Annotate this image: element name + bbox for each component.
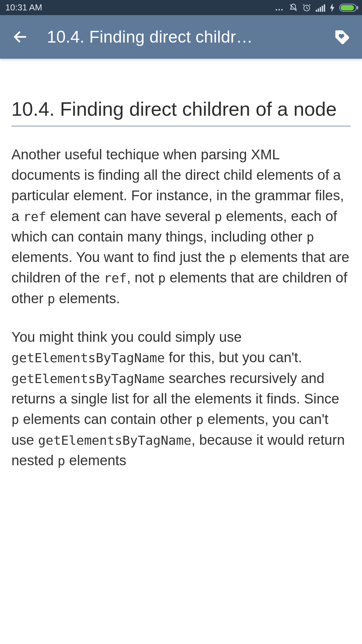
code-getelements: getElementsByTagName bbox=[11, 351, 165, 365]
code-p: p bbox=[47, 291, 55, 306]
text: elements. You want to find just the bbox=[11, 249, 229, 265]
code-p: p bbox=[11, 412, 19, 427]
code-p: p bbox=[196, 412, 204, 427]
code-p: p bbox=[229, 250, 237, 265]
code-p: p bbox=[158, 271, 166, 285]
tag-heart-icon bbox=[333, 28, 351, 46]
arrow-left-icon bbox=[12, 29, 28, 45]
text: You might think you could simply use bbox=[11, 329, 242, 345]
back-button[interactable] bbox=[9, 26, 31, 48]
appbar-title: 10.4. Finding direct childr… bbox=[47, 27, 323, 47]
text: elements. bbox=[55, 290, 120, 306]
text: elements can contain other bbox=[19, 411, 196, 427]
battery-icon bbox=[339, 4, 357, 12]
app-bar: 10.4. Finding direct childr… bbox=[0, 15, 362, 59]
code-ref: ref bbox=[23, 209, 46, 224]
text: , not bbox=[127, 270, 158, 285]
article-heading: 10.4. Finding direct children of a node bbox=[11, 97, 351, 127]
status-time: 10:31 AM bbox=[5, 2, 42, 13]
text: elements bbox=[65, 452, 126, 468]
paragraph-1: Another useful techique when parsing XML… bbox=[11, 144, 351, 309]
code-p: p bbox=[306, 230, 314, 245]
code-p: p bbox=[58, 453, 65, 468]
code-p: p bbox=[215, 209, 222, 224]
status-bar: 10:31 AM … bbox=[0, 0, 362, 15]
text: element can have several bbox=[46, 208, 215, 224]
code-getelements: getElementsByTagName bbox=[38, 433, 191, 448]
code-getelements: getElementsByTagName bbox=[11, 371, 165, 386]
bookmark-tag-button[interactable] bbox=[331, 26, 353, 48]
article-content[interactable]: 10.4. Finding direct children of a node … bbox=[0, 59, 362, 644]
code-ref: ref bbox=[104, 271, 127, 285]
alarm-icon bbox=[302, 3, 311, 12]
status-icons: … bbox=[275, 2, 357, 13]
charging-icon bbox=[330, 3, 335, 12]
text: for this, but you can't. bbox=[165, 350, 302, 365]
more-icon: … bbox=[275, 2, 284, 13]
dnd-silent-icon bbox=[289, 3, 298, 12]
paragraph-2: You might think you could simply use get… bbox=[11, 327, 351, 471]
signal-icon bbox=[316, 4, 325, 12]
